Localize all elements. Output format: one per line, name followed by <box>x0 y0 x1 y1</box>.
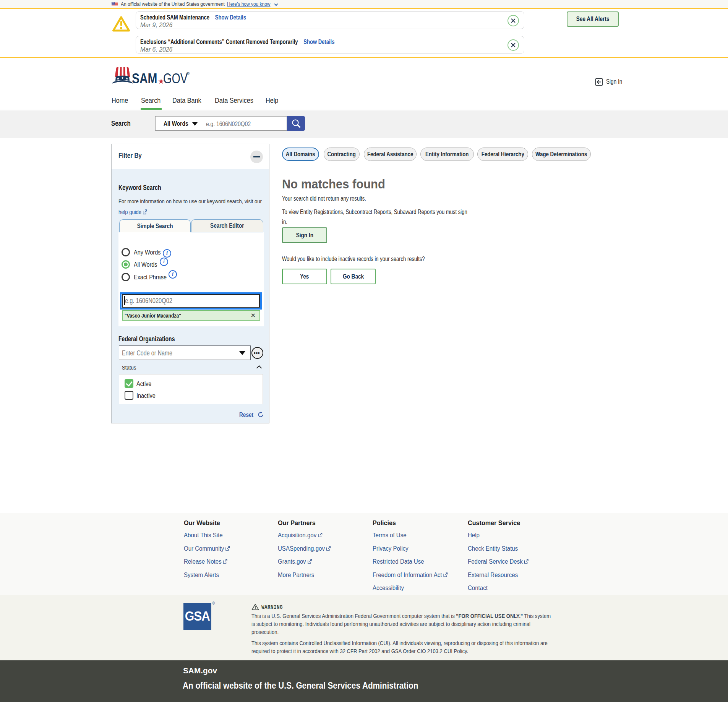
svg-text:GOV: GOV <box>163 71 188 86</box>
svg-text:SAM: SAM <box>132 71 157 86</box>
svg-text:®: ® <box>186 71 190 76</box>
